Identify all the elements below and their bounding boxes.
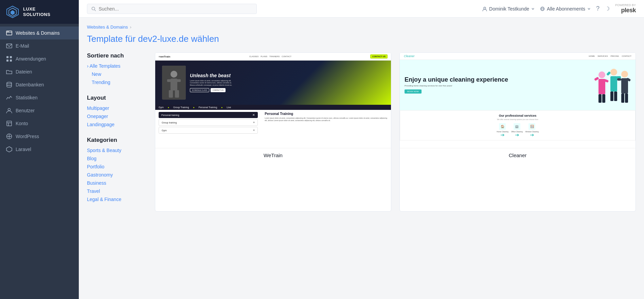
wetrain-nav-trainers: TRAINERS [269,55,280,57]
athlete-silhouette [162,66,186,100]
theme-toggle-icon[interactable]: ☽ [605,5,610,12]
database-icon [6,82,12,88]
wetrain-ticker-live: Live [227,106,231,109]
svg-point-6 [7,31,8,32]
template-card-cleaner[interactable]: Cleaner HOME SERVICES PRICING CONTACT [399,52,636,212]
wetrain-hero-body: Lorem ipsum dolor sit amet, consectetur … [190,80,234,86]
breadcrumb-websites[interactable]: Websites & Domains [87,24,128,30]
sidebar-label-account: Konto [16,121,28,126]
sidebar-label-applications: Anwendungen [16,56,46,62]
svg-point-13 [7,82,12,84]
arrow-right-icon-home [500,133,505,137]
filter-legal-finance[interactable]: Legal & Finance [87,197,147,202]
filter-multipager[interactable]: Multipager [87,105,147,111]
sidebar-item-statistics[interactable]: Statistiken [0,91,79,104]
cleaner-window-label: Window Cleaning [525,131,539,133]
svg-rect-10 [10,56,12,58]
chart-icon [6,95,12,101]
search-icon [91,6,96,11]
page-title-suffix: wählen [189,34,219,44]
wetrain-nav-plans: PLANS [261,55,267,57]
cleaner-home-label: Home Cleaning [497,131,508,133]
wetrain-right-col: Personal Training Lorem ipsum dolor sit … [261,110,391,137]
wetrain-template-name: WeTrain [155,148,391,162]
sidebar-item-laravel[interactable]: Laravel [0,143,79,156]
wetrain-right-title: Personal Training [265,112,388,116]
subscription-menu[interactable]: Alle Abonnements [540,6,591,12]
layout-title: Layout [87,95,147,101]
arrow-right-icon-window [530,133,534,137]
sort-section: Sortiere nach › Alle Templates New Trend… [87,52,147,85]
wetrain-nav-contact: CONTACT [282,55,291,57]
user-name: Dominik Testkunde [489,6,529,12]
template-card-wetrain[interactable]: =weTrain CLASSES PLANS TRAINERS CONTACT … [155,52,391,212]
svg-rect-35 [602,94,605,103]
svg-rect-12 [10,60,12,62]
wetrain-ticker: Gym ● Group Training ● Personal Training… [155,105,391,110]
wetrain-contact-hero-btn: CONTACT US [211,88,226,92]
globe-icon [6,30,12,36]
help-icon[interactable]: ? [596,5,600,12]
filter-onepager[interactable]: Onepager [87,114,147,119]
svg-point-32 [598,71,605,78]
wetrain-ticker-gym: Gym [159,106,164,109]
sidebar-logo: LUXE SOLUTIONS [0,0,79,24]
sidebar-item-email[interactable]: E-Mail [0,39,79,52]
svg-rect-45 [621,78,628,94]
wetrain-accordion: Personal training ✕ Group training + Gym [155,110,261,137]
sidebar-item-applications[interactable]: Anwendungen [0,52,79,65]
sidebar-label-wordpress: WordPress [16,134,39,139]
wetrain-accordion-gym: Gym + [159,127,258,134]
svg-point-7 [8,31,9,32]
header-right: Dominik Testkunde Alle Abonnements ? ☽ P… [482,3,636,14]
sidebar-item-websites[interactable]: Websites & Domains [0,27,79,39]
sidebar-logo-text: LUXE SOLUTIONS [23,6,50,17]
cleaner-hero-image [593,65,631,105]
filter-business[interactable]: Business [87,180,147,186]
cleaner-service-office: 🏢 Office Cleaning [511,123,523,137]
breadcrumb-separator: › [130,24,131,30]
filter-travel[interactable]: Travel [87,188,147,194]
cleaner-nav-pricing: PRICING [610,55,619,57]
svg-rect-33 [598,79,605,94]
user-menu[interactable]: Dominik Testkunde [482,6,535,12]
filter-new[interactable]: New [87,71,147,77]
search-bar[interactable] [87,4,257,14]
cleaner-book-btn[interactable]: BOOK NOW [405,89,422,94]
template-layout: Sortiere nach › Alle Templates New Trend… [87,52,636,212]
filter-blog[interactable]: Blog [87,156,147,161]
sidebar-item-wordpress[interactable]: WordPress [0,130,79,143]
cleaner-nav-home: HOME [589,55,595,57]
sidebar-item-databases[interactable]: Datenbanken [0,78,79,91]
svg-rect-29 [177,79,181,82]
sidebar-item-files[interactable]: Dateien [0,65,79,78]
cleaner-nav-services: SERVICES [597,55,608,57]
page-title: Template für dev2-luxe.de wählen [87,34,636,44]
cleaner-hero-title: Enjoy a unique cleaning experience [405,77,593,83]
sidebar-item-account[interactable]: Konto [0,117,79,130]
filter-trending[interactable]: Trending [87,80,147,85]
svg-point-21 [484,7,486,9]
wetrain-accordion-active: Personal training ✕ [159,112,258,118]
wetrain-contact-btn: CONTACT US [370,54,388,59]
wetrain-right-body: Lorem ipsum dolor sit amet, consectetur … [265,117,388,122]
filter-all-templates[interactable]: › Alle Templates [87,63,147,69]
svg-rect-43 [616,76,621,79]
plesk-brand: plesk [621,7,636,14]
search-input[interactable] [99,6,252,12]
filter-sports-beauty[interactable]: Sports & Beauty [87,148,147,153]
page-title-static: Template für [87,34,138,44]
wetrain-logo: =weTrain [159,55,170,58]
filter-landingpage[interactable]: Landingpage [87,122,147,127]
filter-gastronomy[interactable]: Gastronomy [87,172,147,178]
page-title-domain: dev2-luxe.de [138,34,189,44]
filter-portfolio[interactable]: Portfolio [87,164,147,169]
svg-rect-11 [6,60,8,62]
wetrain-ticker-dot2: ● [193,106,194,109]
plesk-powered-by: POWERED BY [615,3,636,7]
wetrain-close-icon: ✕ [252,113,255,117]
sidebar-item-users[interactable]: Benutzer [0,104,79,117]
svg-rect-31 [175,90,179,98]
svg-rect-27 [171,79,177,90]
wetrain-plus-icon-group: + [253,121,255,124]
